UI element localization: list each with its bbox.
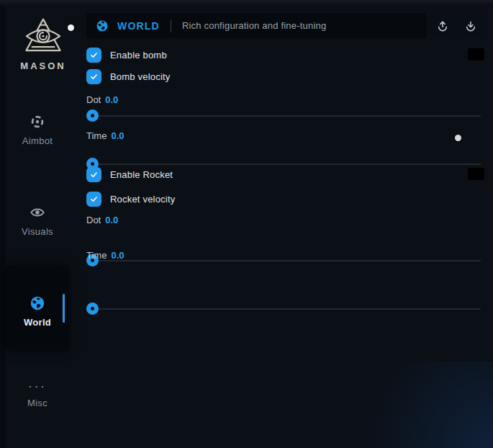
sidebar-item-label: World	[24, 317, 51, 328]
sidebar-item-aimbot[interactable]: Aimbot	[6, 114, 69, 147]
rocket-velocity-checkbox[interactable]	[86, 192, 101, 207]
slider-track[interactable]	[86, 308, 481, 310]
rocket-color-swatch[interactable]	[468, 168, 484, 180]
slider-value: 0.0	[105, 215, 118, 225]
checkbox-row-enable-bomb: Enable bomb	[86, 48, 482, 63]
sidebar-item-label: Misc	[27, 398, 48, 408]
slider-thumb[interactable]	[86, 303, 99, 315]
bomb-color-swatch[interactable]	[468, 48, 484, 61]
checkbox-label: Enable Rocket	[110, 169, 173, 180]
globe-icon	[30, 295, 45, 311]
bomb-dot-slider[interactable]	[86, 109, 482, 122]
slider-label-row: Time0.0	[86, 130, 482, 142]
sidebar-item-label: Aimbot	[22, 135, 53, 146]
check-icon	[89, 50, 99, 60]
checkbox-label: Enable bomb	[110, 50, 167, 61]
globe-icon	[96, 19, 109, 32]
cursor-dot	[455, 135, 461, 141]
slider-thumb[interactable]	[86, 109, 99, 122]
check-icon	[89, 170, 99, 179]
download-config-button[interactable]	[458, 14, 482, 37]
page-header: WORLD Rich configuration and fine-tuning	[86, 13, 427, 38]
slider-value: 0.0	[111, 130, 124, 141]
checkbox-row-rocket-velocity: Rocket velocity	[86, 192, 482, 207]
checkbox-label: Bomb velocity	[110, 71, 171, 82]
sidebar-item-visuals[interactable]: Visuals	[6, 205, 69, 238]
check-icon	[89, 72, 99, 81]
slider-value: 0.0	[105, 94, 118, 105]
page-title: WORLD	[117, 20, 160, 32]
slider-track[interactable]	[86, 163, 481, 165]
sidebar-item-label: Visuals	[22, 226, 53, 237]
checkbox-row-enable-rocket: Enable Rocket	[86, 167, 482, 182]
ellipsis-icon: ···	[6, 383, 69, 390]
enable-bomb-checkbox[interactable]	[86, 48, 101, 63]
slider-label-row: Dot0.0	[86, 215, 482, 226]
slider-label-row: Time0.0	[86, 250, 482, 261]
check-icon	[89, 194, 99, 204]
cheat-menu-window: MASON Aimbot Visuals	[6, 6, 493, 448]
header-divider	[171, 19, 171, 32]
crosshair-icon	[30, 114, 45, 130]
active-tab-indicator	[63, 294, 65, 323]
slider-label: Time	[86, 130, 107, 141]
cursor-dot	[68, 24, 74, 31]
sidebar-item-misc[interactable]: ··· Misc	[6, 383, 69, 409]
sidebar-item-world[interactable]: World	[6, 265, 69, 351]
brand-name: MASON	[6, 61, 81, 71]
checkbox-label: Rocket velocity	[110, 194, 175, 205]
sidebar: MASON Aimbot Visuals	[6, 6, 81, 448]
eye-icon	[30, 205, 45, 220]
upload-config-button[interactable]	[430, 14, 454, 37]
slider-label: Dot	[86, 215, 101, 225]
slider-label: Dot	[86, 94, 101, 105]
app-root: MASON Aimbot Visuals	[0, 0, 493, 448]
slider-label: Time	[86, 250, 107, 261]
page-subtitle: Rich configuration and fine-tuning	[182, 20, 326, 31]
bomb-velocity-checkbox[interactable]	[86, 69, 101, 84]
upload-icon	[436, 19, 449, 32]
slider-value: 0.0	[111, 250, 124, 261]
eye-pyramid-icon	[22, 17, 64, 58]
slider-track[interactable]	[86, 115, 481, 117]
checkbox-row-bomb-velocity: Bomb velocity	[86, 69, 482, 84]
rocket-time-slider[interactable]	[86, 303, 482, 315]
download-icon	[464, 19, 477, 32]
slider-label-row: Dot0.0	[86, 94, 482, 106]
enable-rocket-checkbox[interactable]	[86, 167, 101, 182]
